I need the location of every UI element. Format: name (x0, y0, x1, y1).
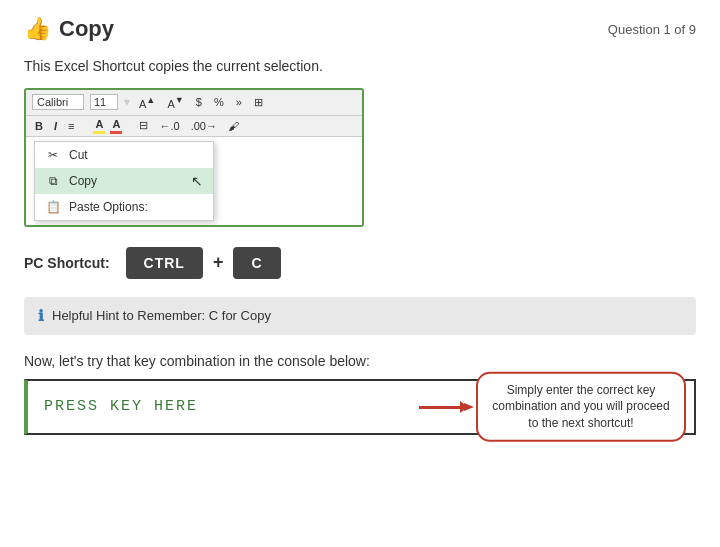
shortcut-label: PC Shortcut: (24, 255, 110, 271)
currency-btn[interactable]: $ (193, 95, 205, 109)
align-btn[interactable]: ≡ (65, 119, 77, 133)
copy-icon: ⧉ (45, 173, 61, 189)
table-btn[interactable]: ⊞ (251, 95, 266, 110)
thumb-icon: 👍 (24, 16, 51, 42)
italic-btn[interactable]: I (51, 119, 60, 133)
font-color-btn[interactable]: A (110, 118, 122, 134)
context-copy[interactable]: ⧉ Copy ↖ (35, 168, 213, 194)
console-instruction: Now, let's try that key combination in t… (24, 353, 696, 369)
excel-cells: ✂ Cut ⧉ Copy ↖ 📋 Paste Options: (26, 137, 362, 225)
cut-label: Cut (69, 148, 88, 162)
copy-label: Copy (69, 174, 97, 188)
description-text: This Excel Shortcut copies the current s… (24, 58, 696, 74)
context-cut[interactable]: ✂ Cut (35, 142, 213, 168)
page-title: 👍 Copy (24, 16, 114, 42)
ctrl-key[interactable]: CTRL (126, 247, 203, 279)
excel-toolbar: Calibri 11 ▾ A▲ A▼ $ % » ⊞ (26, 90, 362, 116)
hint-box: ℹ Helpful Hint to Remember: C for Copy (24, 297, 696, 335)
callout-arrow (419, 400, 474, 414)
console-wrapper: PRESS KEY HERE Simply enter the correct … (24, 379, 696, 435)
more-btn[interactable]: » (233, 95, 245, 109)
hint-text: Helpful Hint to Remember: C for Copy (52, 308, 271, 323)
paste-icon: 📋 (45, 199, 61, 215)
question-counter: Question 1 of 9 (608, 22, 696, 37)
dec-decimal-btn[interactable]: ←.0 (156, 119, 182, 133)
font-shrink-btn[interactable]: A▼ (164, 94, 186, 111)
plus-sign: + (213, 252, 224, 273)
context-menu: ✂ Cut ⧉ Copy ↖ 📋 Paste Options: (34, 141, 214, 221)
highlight-color-btn[interactable]: A (93, 118, 105, 134)
font-grow-btn[interactable]: A▲ (136, 94, 158, 111)
page-header: 👍 Copy Question 1 of 9 (24, 16, 696, 42)
cursor-icon: ↖ (191, 173, 203, 189)
bold-btn[interactable]: B (32, 119, 46, 133)
shortcut-row: PC Shortcut: CTRL + C (24, 247, 696, 279)
info-icon: ℹ (38, 307, 44, 325)
title-text: Copy (59, 16, 114, 42)
c-key[interactable]: C (233, 247, 280, 279)
inc-decimal-btn[interactable]: .00→ (188, 119, 220, 133)
svg-marker-1 (464, 403, 474, 411)
format-painter-btn[interactable]: 🖌 (225, 119, 242, 133)
font-name: Calibri (32, 94, 84, 110)
callout-bubble: Simply enter the correct key combination… (476, 371, 686, 441)
percent-btn[interactable]: % (211, 95, 227, 109)
font-size: 11 (90, 94, 118, 110)
paste-label: Paste Options: (69, 200, 148, 214)
cut-icon: ✂ (45, 147, 61, 163)
console-placeholder: PRESS KEY HERE (44, 398, 198, 415)
callout-text: Simply enter the correct key combination… (492, 382, 669, 430)
format-toolbar: B I ≡ A A ⊟ ←.0 .00→ 🖌 (26, 116, 362, 137)
excel-mockup: Calibri 11 ▾ A▲ A▼ $ % » ⊞ B I ≡ A A ⊟ ←… (24, 88, 364, 227)
toolbar-sep1: ▾ (124, 95, 130, 109)
border-btn[interactable]: ⊟ (136, 118, 151, 133)
context-paste[interactable]: 📋 Paste Options: (35, 194, 213, 220)
